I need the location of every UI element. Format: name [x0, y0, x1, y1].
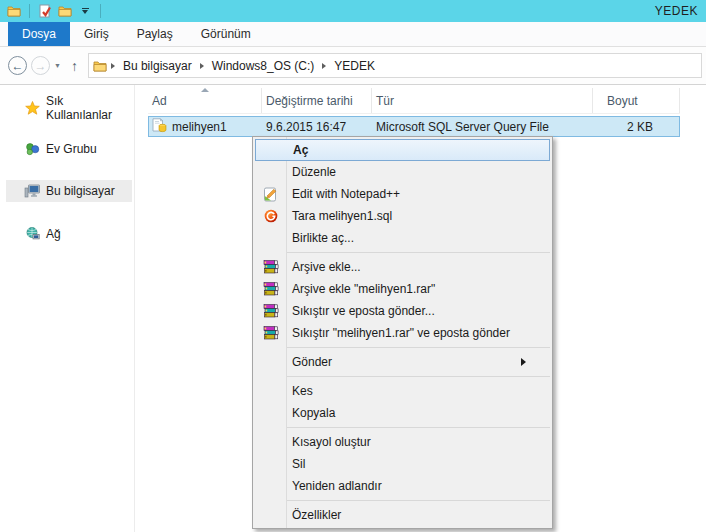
breadcrumb-this-pc[interactable]: Bu bilgisayar — [119, 59, 196, 73]
ribbon-tabs: Dosya Giriş Paylaş Görünüm — [0, 22, 706, 47]
menu-item-duzenle[interactable]: Düzenle — [255, 161, 550, 183]
address-folder-icon — [93, 60, 107, 72]
file-type: Microsoft SQL Server Query File — [372, 120, 593, 134]
homegroup-icon — [24, 141, 40, 157]
menu-separator — [287, 347, 550, 348]
menu-item-label: Sil — [286, 457, 305, 471]
tab-gorunum[interactable]: Görünüm — [187, 22, 265, 46]
menu-item-label: Sıkıştır "melihyen1.rar" ve eposta gönde… — [286, 326, 510, 340]
titlebar: YEDEK — [0, 0, 706, 22]
up-button[interactable]: ↑ — [71, 58, 78, 74]
antivirus-scan-icon — [255, 209, 286, 223]
column-header-label: Boyut — [607, 94, 638, 108]
submenu-arrow-icon — [521, 358, 526, 366]
sidebar-item-label: Bu bilgisayar — [46, 184, 115, 198]
sidebar-item-label: Sık Kullanılanlar — [46, 94, 132, 122]
address-bar[interactable]: Bu bilgisayar Windows8_OS (C:) YEDEK — [88, 53, 702, 78]
sidebar-item-label: Ev Grubu — [46, 142, 97, 156]
sidebar-item-favorites[interactable]: Sık Kullanılanlar — [6, 97, 132, 119]
menu-item-label: Birlikte aç... — [286, 231, 354, 245]
back-button[interactable]: ← — [8, 56, 27, 75]
menu-item-sil[interactable]: Sil — [255, 453, 550, 475]
menu-item-label: Arşive ekle... — [286, 260, 361, 274]
column-header-type[interactable]: Tür — [372, 88, 593, 113]
window-title: YEDEK — [655, 4, 698, 18]
menu-item-ac[interactable]: Aç — [255, 139, 550, 161]
menu-item-label: Tara melihyen1.sql — [286, 209, 392, 223]
recent-locations-dropdown-icon[interactable]: ▼ — [54, 62, 61, 69]
column-header-size[interactable]: Boyut — [593, 88, 680, 113]
menu-item-gonder[interactable]: Gönder — [255, 351, 550, 373]
sort-ascending-icon — [201, 88, 209, 92]
winrar-icon — [255, 260, 286, 274]
menu-item-arsive-ekle[interactable]: Arşive ekle... — [255, 256, 550, 278]
network-icon — [24, 226, 40, 242]
notepadpp-icon — [255, 187, 286, 202]
qat-customize-chevron-icon[interactable] — [75, 2, 95, 20]
titlebar-separator — [100, 4, 101, 18]
menu-item-label: Kopyala — [286, 406, 335, 420]
forward-button[interactable]: → — [31, 56, 50, 75]
file-row-melihyen1[interactable]: melihyen1 9.6.2015 16:47 Microsoft SQL S… — [148, 116, 680, 137]
menu-separator — [287, 252, 550, 253]
column-header-modified[interactable]: Değiştirme tarihi — [262, 88, 372, 113]
menu-item-label: Arşive ekle "melihyen1.rar" — [286, 282, 435, 296]
menu-item-label: Sıkıştır ve eposta gönder... — [286, 304, 435, 318]
column-header-label: Ad — [152, 94, 167, 108]
menu-item-label: Özellikler — [286, 508, 341, 522]
menu-item-edit-with-notepadpp[interactable]: Edit with Notepad++ — [255, 183, 550, 205]
sidebar: Sık Kullanılanlar Ev Grubu Bu bilgisayar… — [0, 85, 135, 532]
menu-separator — [287, 376, 550, 377]
menu-separator — [287, 500, 550, 501]
menu-item-yeniden-adlandir[interactable]: Yeniden adlandır — [255, 475, 550, 497]
sidebar-item-network[interactable]: Ağ — [6, 223, 132, 245]
column-header-name[interactable]: Ad — [148, 88, 262, 113]
sidebar-item-label: Ağ — [46, 227, 61, 241]
menu-item-kopyala[interactable]: Kopyala — [255, 402, 550, 424]
context-menu: Aç Düzenle Edit with Notepad++ Tara meli… — [252, 136, 553, 529]
menu-item-sikistir-rar-eposta[interactable]: Sıkıştır "melihyen1.rar" ve eposta gönde… — [255, 322, 550, 344]
star-icon — [24, 100, 40, 116]
column-headers: Ad Değiştirme tarihi Tür Boyut — [148, 88, 680, 114]
breadcrumb-chevron-icon — [322, 63, 326, 69]
menu-separator — [287, 427, 550, 428]
menu-item-ozellikler[interactable]: Özellikler — [255, 504, 550, 526]
menu-item-sikistir-eposta[interactable]: Sıkıştır ve eposta gönder... — [255, 300, 550, 322]
menu-item-label: Aç — [287, 143, 308, 157]
sidebar-item-homegroup[interactable]: Ev Grubu — [6, 138, 132, 160]
qat-properties-icon[interactable] — [35, 2, 55, 20]
explorer-window: YEDEK Dosya Giriş Paylaş Görünüm ← → ▼ ↑… — [0, 0, 706, 532]
breadcrumb-drive-c[interactable]: Windows8_OS (C:) — [208, 59, 319, 73]
breadcrumb-chevron-icon — [200, 63, 204, 69]
menu-item-tara-melihyen1[interactable]: Tara melihyen1.sql — [255, 205, 550, 227]
tab-paylas[interactable]: Paylaş — [123, 22, 187, 46]
menu-item-label: Kısayol oluştur — [286, 435, 371, 449]
winrar-icon — [255, 326, 286, 340]
sql-file-icon — [152, 118, 167, 136]
menu-item-kisayol-olustur[interactable]: Kısayol oluştur — [255, 431, 550, 453]
column-header-label: Değiştirme tarihi — [266, 94, 353, 108]
file-modified: 9.6.2015 16:47 — [262, 120, 372, 134]
menu-item-label: Gönder — [286, 355, 332, 369]
breadcrumb-yedek[interactable]: YEDEK — [330, 59, 379, 73]
titlebar-separator — [29, 4, 30, 18]
menu-item-birlikte-ac[interactable]: Birlikte aç... — [255, 227, 550, 249]
menu-item-label: Yeniden adlandır — [286, 479, 382, 493]
menu-item-label: Kes — [286, 384, 313, 398]
column-header-label: Tür — [376, 94, 394, 108]
file-size: 2 KB — [593, 120, 673, 134]
menu-item-label: Düzenle — [286, 165, 336, 179]
tab-dosya[interactable]: Dosya — [8, 22, 70, 46]
file-name: melihyen1 — [172, 120, 227, 134]
menu-item-kes[interactable]: Kes — [255, 380, 550, 402]
breadcrumb-chevron-icon — [111, 63, 115, 69]
explorer-window-icon[interactable] — [4, 2, 24, 20]
navigation-bar: ← → ▼ ↑ Bu bilgisayar Windows8_OS (C:) Y… — [0, 47, 706, 85]
sidebar-item-this-pc[interactable]: Bu bilgisayar — [6, 180, 132, 202]
menu-item-label: Edit with Notepad++ — [286, 187, 400, 201]
winrar-icon — [255, 304, 286, 318]
tab-giris[interactable]: Giriş — [70, 22, 123, 46]
computer-icon — [24, 183, 40, 199]
qat-new-folder-icon[interactable] — [55, 2, 75, 20]
menu-item-arsive-ekle-rar[interactable]: Arşive ekle "melihyen1.rar" — [255, 278, 550, 300]
